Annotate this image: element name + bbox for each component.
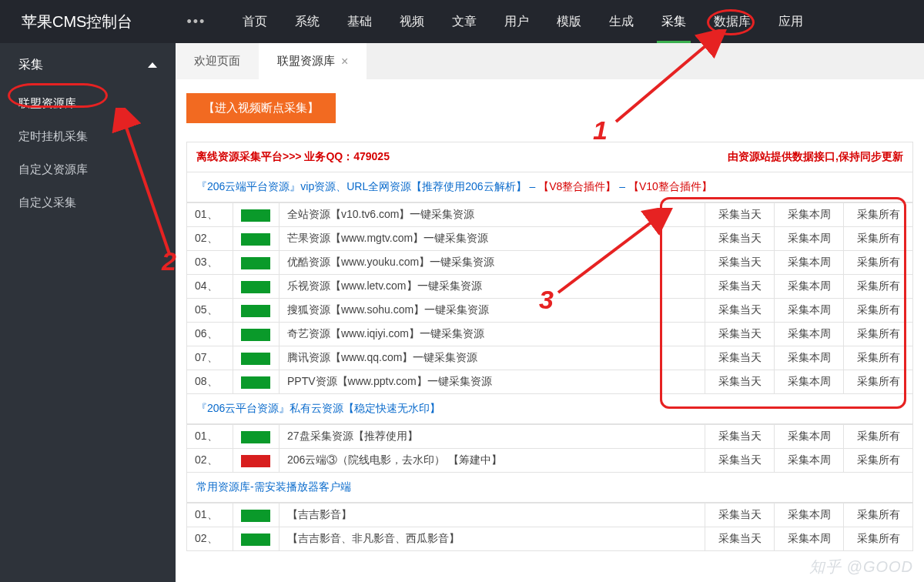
section3-table: 01、【吉吉影音】采集当天采集本周采集所有02、【吉吉影音、非凡影音、西瓜影音】…: [186, 503, 913, 551]
sidebar-item-1[interactable]: 定时挂机采集: [0, 120, 176, 153]
row-desc: PPTV资源【www.pptv.com】一键采集资源: [280, 370, 705, 394]
collect-all-button[interactable]: 采集所有: [844, 299, 913, 323]
caret-up-icon: [148, 62, 157, 68]
sidebar-item-2[interactable]: 自定义资源库: [0, 153, 176, 186]
collect-today-button[interactable]: 采集当天: [705, 323, 775, 346]
sidebar-group-header[interactable]: 采集: [0, 43, 176, 87]
collect-week-button[interactable]: 采集本周: [775, 503, 844, 527]
collect-today-button[interactable]: 采集当天: [705, 203, 775, 227]
topnav-item-5[interactable]: 用户: [490, 0, 543, 43]
sidebar-item-3[interactable]: 自定义采集: [0, 186, 176, 219]
row-desc: 206云端③（院线电影，去水印） 【筹建中】: [280, 449, 705, 473]
sidebar-group-title: 采集: [18, 57, 43, 73]
color-swatch: [241, 305, 270, 317]
notice-left: 离线资源采集平台>>> 业务QQ：479025: [196, 150, 390, 164]
collect-all-button[interactable]: 采集所有: [844, 346, 913, 370]
row-index: 04、: [187, 275, 233, 299]
row-desc: 【吉吉影音】: [280, 503, 705, 527]
collect-today-button[interactable]: 采集当天: [705, 425, 775, 449]
collect-today-button[interactable]: 采集当天: [705, 503, 775, 527]
collect-today-button[interactable]: 采集当天: [705, 370, 775, 394]
row-desc: 奇艺资源【www.iqiyi.com】一键采集资源: [280, 323, 705, 346]
collect-week-button[interactable]: 采集本周: [775, 425, 844, 449]
section3-title: 常用资源库-需安装播放器客户端: [186, 472, 913, 503]
color-swatch: [241, 376, 270, 389]
table-row: 03、优酷资源【www.youku.com】一键采集资源采集当天采集本周采集所有: [187, 251, 913, 275]
collect-week-button[interactable]: 采集本周: [775, 251, 844, 275]
collect-today-button[interactable]: 采集当天: [705, 251, 775, 275]
collect-today-button[interactable]: 采集当天: [705, 346, 775, 370]
collect-week-button[interactable]: 采集本周: [775, 370, 844, 394]
tab-label: 欢迎页面: [194, 54, 240, 69]
row-index: 06、: [187, 323, 233, 346]
tab-0[interactable]: 欢迎页面: [176, 43, 259, 79]
collect-all-button[interactable]: 采集所有: [844, 203, 913, 227]
close-icon[interactable]: ×: [341, 55, 348, 68]
collect-week-button[interactable]: 采集本周: [775, 299, 844, 323]
topnav-item-4[interactable]: 文章: [438, 0, 490, 43]
color-swatch: [241, 353, 270, 365]
row-desc: 乐视资源【www.letv.com】一键采集资源: [280, 275, 705, 299]
collect-today-button[interactable]: 采集当天: [705, 227, 775, 251]
collect-today-button[interactable]: 采集当天: [705, 449, 775, 473]
collect-all-button[interactable]: 采集所有: [844, 503, 913, 527]
collect-all-button[interactable]: 采集所有: [844, 251, 913, 275]
collect-week-button[interactable]: 采集本周: [775, 227, 844, 251]
table-row: 02、芒果资源【www.mgtv.com】一键采集资源采集当天采集本周采集所有: [187, 227, 913, 251]
section1-table: 01、全站资源【v10.tv6.com】一键采集资源采集当天采集本周采集所有02…: [186, 202, 913, 394]
enter-video-collect-button[interactable]: 【进入视频断点采集】: [186, 93, 336, 123]
collect-today-button[interactable]: 采集当天: [705, 275, 775, 299]
table-row: 06、奇艺资源【www.iqiyi.com】一键采集资源采集当天采集本周采集所有: [187, 323, 913, 346]
section1-title: 『206云端平台资源』vip资源、URL全网资源【推荐使用206云解析】 – 【…: [186, 172, 913, 202]
collect-all-button[interactable]: 采集所有: [844, 425, 913, 449]
topnav: 首页系统基础视频文章用户模版生成采集数据库应用: [229, 0, 817, 43]
collect-all-button[interactable]: 采集所有: [844, 275, 913, 299]
row-index: 01、: [187, 203, 233, 227]
tabs: 欢迎页面联盟资源库×: [176, 43, 924, 79]
collect-week-button[interactable]: 采集本周: [775, 275, 844, 299]
section2-table: 01、27盘采集资源【推荐使用】采集当天采集本周采集所有02、206云端③（院线…: [186, 424, 913, 473]
row-desc: 芒果资源【www.mgtv.com】一键采集资源: [280, 227, 705, 251]
collect-all-button[interactable]: 采集所有: [844, 323, 913, 346]
color-swatch: [241, 257, 270, 269]
sidebar-item-0[interactable]: 联盟资源库: [0, 87, 176, 120]
topnav-item-8[interactable]: 采集: [648, 0, 700, 43]
collect-week-button[interactable]: 采集本周: [775, 203, 844, 227]
panel: 【进入视频断点采集】 离线资源采集平台>>> 业务QQ：479025 由资源站提…: [176, 79, 924, 582]
table-row: 05、搜狐资源【www.sohu.com】一键采集资源采集当天采集本周采集所有: [187, 299, 913, 323]
topnav-item-7[interactable]: 生成: [595, 0, 648, 43]
row-index: 03、: [187, 251, 233, 275]
more-icon[interactable]: •••: [163, 14, 229, 30]
sidebar: 采集 联盟资源库定时挂机采集自定义资源库自定义采集: [0, 43, 176, 582]
collect-all-button[interactable]: 采集所有: [844, 227, 913, 251]
notice-right: 由资源站提供数据接口,保持同步更新: [728, 150, 903, 164]
table-row: 02、206云端③（院线电影，去水印） 【筹建中】采集当天采集本周采集所有: [187, 449, 913, 473]
collect-today-button[interactable]: 采集当天: [705, 527, 775, 551]
topnav-item-6[interactable]: 模版: [543, 0, 595, 43]
collect-week-button[interactable]: 采集本周: [775, 323, 844, 346]
tab-1[interactable]: 联盟资源库×: [259, 43, 367, 79]
row-index: 07、: [187, 346, 233, 370]
collect-today-button[interactable]: 采集当天: [705, 299, 775, 323]
collect-week-button[interactable]: 采集本周: [775, 346, 844, 370]
collect-week-button[interactable]: 采集本周: [775, 449, 844, 473]
topnav-item-9[interactable]: 数据库: [700, 0, 765, 43]
collect-all-button[interactable]: 采集所有: [844, 370, 913, 394]
color-swatch: [241, 209, 270, 222]
row-index: 02、: [187, 227, 233, 251]
topnav-item-3[interactable]: 视频: [386, 0, 438, 43]
topnav-item-1[interactable]: 系统: [281, 0, 333, 43]
collect-all-button[interactable]: 采集所有: [844, 449, 913, 473]
color-swatch: [241, 233, 270, 246]
collect-all-button[interactable]: 采集所有: [844, 527, 913, 551]
row-index: 08、: [187, 370, 233, 394]
notice-row: 离线资源采集平台>>> 业务QQ：479025 由资源站提供数据接口,保持同步更…: [186, 142, 913, 172]
row-desc: 全站资源【v10.tv6.com】一键采集资源: [280, 203, 705, 227]
topnav-item-2[interactable]: 基础: [333, 0, 386, 43]
color-swatch: [241, 431, 270, 443]
collect-week-button[interactable]: 采集本周: [775, 527, 844, 551]
section2-title: 『206云平台资源』私有云资源【稳定快速无水印】: [186, 393, 913, 424]
topnav-item-0[interactable]: 首页: [229, 0, 281, 43]
table-row: 02、【吉吉影音、非凡影音、西瓜影音】采集当天采集本周采集所有: [187, 527, 913, 551]
topnav-item-10[interactable]: 应用: [765, 0, 817, 43]
